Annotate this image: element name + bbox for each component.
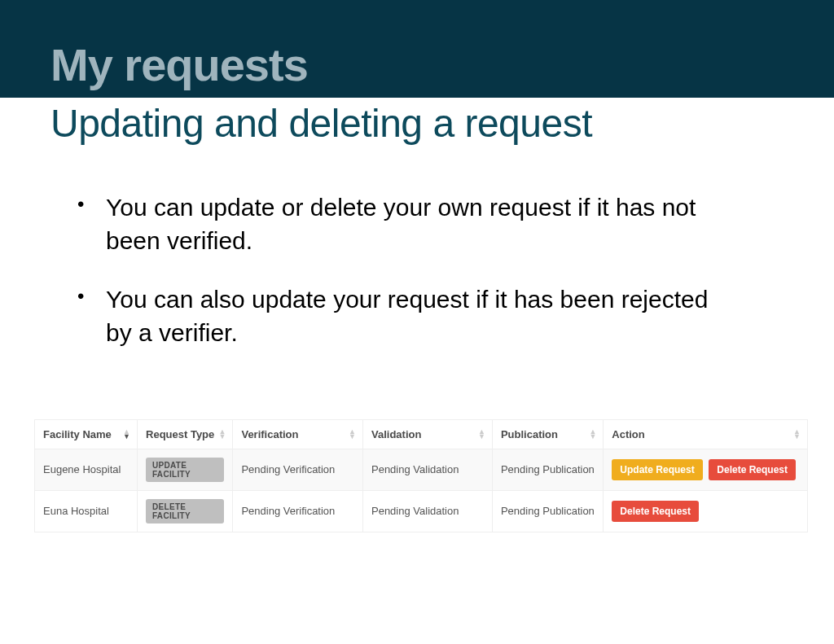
col-label: Action (612, 428, 644, 440)
sort-icon: ▲▼ (793, 429, 801, 439)
cell-validation: Pending Validation (362, 490, 492, 532)
cell-action: Update Request Delete Request (604, 449, 807, 490)
sort-icon: ▲▼ (589, 429, 596, 439)
col-label: Verification (241, 428, 298, 440)
requests-table-wrap: Facility Name ▲▼ Request Type ▲▼ Verific… (34, 419, 808, 532)
col-label: Request Type (146, 428, 214, 440)
col-publication[interactable]: Publication ▲▼ (492, 420, 603, 449)
bullet-item: You can update or delete your own reques… (77, 191, 721, 258)
col-label: Facility Name (43, 428, 112, 440)
delete-request-button[interactable]: Delete Request (612, 501, 699, 522)
col-action[interactable]: Action ▲▼ (604, 420, 807, 449)
table-row: Euna Hospital DELETE FACILITY Pending Ve… (35, 490, 807, 532)
col-verification[interactable]: Verification ▲▼ (233, 420, 363, 449)
sort-icon: ▲▼ (478, 429, 485, 439)
request-type-badge: UPDATE FACILITY (146, 458, 224, 482)
col-validation[interactable]: Validation ▲▼ (362, 420, 492, 449)
col-label: Validation (371, 428, 421, 440)
requests-table: Facility Name ▲▼ Request Type ▲▼ Verific… (35, 420, 807, 532)
bullet-item: You can also update your request if it h… (77, 283, 721, 350)
page-title: My requests (50, 38, 308, 91)
cell-type: UPDATE FACILITY (138, 449, 233, 490)
col-facility-name[interactable]: Facility Name ▲▼ (35, 420, 138, 449)
request-type-badge: DELETE FACILITY (146, 499, 224, 524)
cell-type: DELETE FACILITY (138, 490, 233, 532)
cell-action: Delete Request (604, 490, 807, 532)
sort-icon: ▲▼ (123, 429, 130, 439)
delete-request-button[interactable]: Delete Request (709, 459, 796, 480)
cell-publication: Pending Publication (492, 490, 603, 532)
slide-header: My requests (0, 0, 834, 98)
col-label: Publication (501, 428, 558, 440)
cell-facility: Eugene Hospital (35, 449, 138, 490)
sort-icon: ▲▼ (219, 429, 226, 439)
table-row: Eugene Hospital UPDATE FACILITY Pending … (35, 449, 807, 490)
cell-verification: Pending Verification (233, 449, 363, 490)
bullet-list: You can update or delete your own reques… (0, 146, 834, 350)
slide-subtitle: Updating and deleting a request (0, 98, 834, 146)
sort-icon: ▲▼ (349, 429, 356, 439)
cell-facility: Euna Hospital (35, 490, 138, 532)
update-request-button[interactable]: Update Request (612, 459, 702, 480)
col-request-type[interactable]: Request Type ▲▼ (138, 420, 233, 449)
cell-verification: Pending Verification (233, 490, 363, 532)
cell-validation: Pending Validation (362, 449, 492, 490)
cell-publication: Pending Publication (492, 449, 603, 490)
